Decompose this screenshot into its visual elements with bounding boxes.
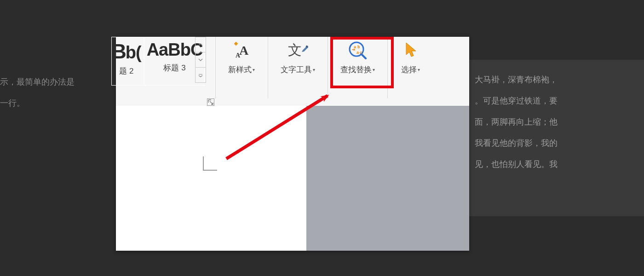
svg-text:文: 文 — [288, 42, 302, 58]
document-page-area[interactable] — [116, 106, 306, 251]
svg-text:a: a — [356, 50, 359, 55]
ribbon-group-newstyle: A A 新样式▾ — [215, 37, 268, 98]
bg-text-right-1: 大马褂，深青布棉袍， — [475, 69, 558, 90]
text-tool-button[interactable]: 文 文字工具▾ — [268, 39, 328, 75]
ribbon-group-texttool: 文 文字工具▾ — [268, 37, 328, 98]
bg-text-right-2: 。可是他穿过铁道，要 — [475, 90, 558, 111]
select-cursor-icon — [387, 39, 433, 62]
style-card-heading2[interactable]: Bb( 题 2 — [111, 37, 144, 86]
style-scroll-up[interactable] — [196, 37, 206, 52]
chevron-down-icon: ▾ — [313, 67, 315, 72]
ribbon-group-select: 选择▾ — [387, 37, 433, 98]
style-gallery-scroll[interactable] — [195, 37, 206, 83]
chevron-down-icon: ▾ — [418, 67, 420, 72]
ribbon-group-styles: Bb( 题 2 AaBbC 标题 3 — [111, 37, 216, 98]
find-replace-button[interactable]: a b a c 查找替换▾ — [328, 39, 387, 75]
bg-text-left-2: 一行。 — [0, 92, 25, 114]
svg-rect-0 — [199, 74, 202, 75]
chevron-down-icon: ▾ — [253, 67, 255, 72]
bg-text-right-3: 面，两脚再向上缩；他 — [475, 111, 558, 132]
svg-text:A: A — [236, 52, 241, 59]
new-style-button[interactable]: A A 新样式▾ — [215, 39, 268, 75]
style-expand[interactable] — [196, 68, 206, 82]
text-tool-label: 文字工具 — [281, 64, 312, 75]
svg-text:a: a — [354, 45, 356, 49]
svg-text:b: b — [357, 45, 360, 49]
style-preview-heading2: Bb( — [112, 40, 141, 63]
select-button[interactable]: 选择▾ — [387, 39, 433, 75]
svg-text:A: A — [239, 43, 249, 58]
bg-text-right-5: 见，也怕别人看见。我 — [475, 154, 558, 175]
page-corner-mark — [202, 155, 218, 171]
text-tool-icon: 文 — [268, 39, 328, 62]
new-style-label: 新样式 — [228, 64, 252, 75]
style-scroll-down[interactable] — [196, 52, 206, 68]
ribbon-toolbar: Bb( 题 2 AaBbC 标题 3 — [116, 37, 469, 106]
bg-text-left-1: 示，最简单的办法是 — [0, 71, 75, 92]
wps-ribbon-screenshot: Bb( 题 2 AaBbC 标题 3 — [116, 37, 469, 251]
bg-text-right-4: 我看见他的背影，我的 — [475, 132, 558, 154]
styles-dialog-launcher[interactable] — [207, 98, 214, 106]
ribbon-group-findreplace: a b a c 查找替换▾ — [328, 37, 388, 98]
new-style-icon: A A — [215, 39, 268, 62]
select-label: 选择 — [401, 64, 417, 75]
find-replace-icon: a b a c — [328, 39, 387, 62]
style-preview-heading3: AaBbC — [147, 40, 203, 60]
chevron-down-icon: ▾ — [373, 67, 375, 72]
document-background-area — [306, 106, 469, 251]
svg-text:c: c — [360, 50, 362, 55]
find-replace-label: 查找替换 — [340, 64, 372, 75]
